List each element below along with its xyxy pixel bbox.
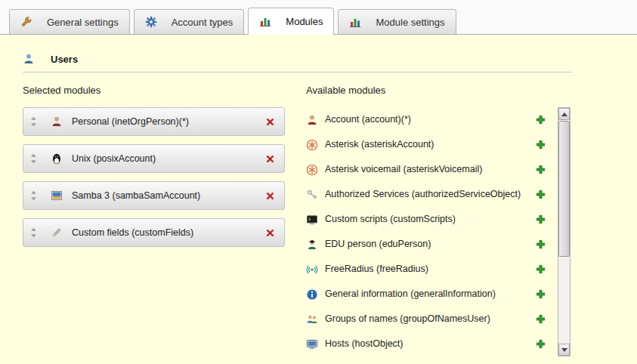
- chart-icon: [349, 16, 361, 28]
- tab-label: General settings: [47, 17, 119, 28]
- selected-module-personal-inetorgperson[interactable]: Personal (inetOrgPerson)(*): [23, 107, 285, 136]
- radius-icon: [306, 264, 318, 276]
- available-module-freeradius-freeradius: FreeRadius (freeRadius): [306, 257, 548, 282]
- selected-modules-column: Selected modules Personal (inetOrgPerson…: [23, 85, 285, 356]
- module-label: Account (account)(*): [325, 114, 527, 126]
- available-module-account-account: Account (account)(*): [306, 107, 548, 132]
- drag-handle-icon[interactable]: [30, 227, 37, 238]
- add-module-button[interactable]: [533, 212, 548, 227]
- tux-icon: [51, 153, 63, 165]
- module-label: EDU person (eduPerson): [325, 239, 527, 251]
- tab-bar: General settings Account types Modules M…: [0, 0, 637, 35]
- tab-general-settings[interactable]: General settings: [9, 9, 130, 34]
- add-module-button[interactable]: [533, 312, 548, 326]
- module-label: Custom scripts (customScripts): [325, 214, 527, 226]
- asterisk-icon: [306, 139, 318, 151]
- section-divider: [23, 72, 572, 72]
- tab-label: Modules: [286, 16, 323, 27]
- available-modules-list: Account (account)(*) Asterisk (asteriskA…: [306, 107, 548, 356]
- module-label: Unix (posixAccount): [72, 153, 263, 164]
- scroll-down-arrow-icon: [561, 348, 567, 352]
- scroll-up-button[interactable]: [558, 108, 570, 120]
- remove-module-button[interactable]: [263, 189, 277, 203]
- module-label: Groups of names (groupOfNamesUser): [325, 313, 527, 325]
- module-label: Authorized Services (authorizedServiceOb…: [325, 189, 527, 201]
- gear-icon: [145, 16, 157, 28]
- scroll-up-arrow-icon: [561, 113, 567, 116]
- drag-handle-icon[interactable]: [30, 116, 37, 127]
- add-module-button[interactable]: [533, 137, 548, 152]
- person-icon: [306, 114, 318, 126]
- module-label: Personal (inetOrgPerson)(*): [72, 116, 263, 127]
- tab-label: Account types: [172, 17, 233, 28]
- drag-handle-icon[interactable]: [30, 190, 37, 201]
- available-module-asterisk-asteriskaccount: Asterisk (asteriskAccount): [306, 132, 548, 157]
- add-module-button[interactable]: [533, 113, 548, 127]
- tab-modules[interactable]: Modules: [248, 8, 334, 35]
- available-modules-heading: Available modules: [306, 85, 571, 96]
- group-icon: [306, 313, 318, 325]
- available-modules-scrollbar[interactable]: [558, 107, 571, 356]
- available-module-groups-of-names-groupofnamesuser: Groups of names (groupOfNamesUser): [306, 307, 548, 332]
- add-module-button[interactable]: [533, 187, 548, 202]
- pencil-icon: [51, 227, 63, 239]
- user-icon: [23, 53, 35, 65]
- scroll-thumb[interactable]: [558, 121, 570, 257]
- selected-modules-heading: Selected modules: [23, 85, 285, 96]
- add-module-button[interactable]: [533, 337, 548, 351]
- module-label: Asterisk (asteriskAccount): [325, 139, 527, 151]
- section-title: Users: [51, 54, 78, 65]
- host-icon: [306, 338, 318, 350]
- available-module-asterisk-voicemail-asteriskvoicemail: Asterisk voicemail (asteriskVoicemail): [306, 157, 548, 182]
- remove-module-button[interactable]: [263, 226, 277, 240]
- person-icon: [51, 116, 63, 128]
- script-icon: [306, 214, 318, 226]
- edu-icon: [306, 239, 318, 251]
- tab-account-types[interactable]: Account types: [134, 9, 245, 34]
- selected-module-samba-3-sambasamaccount[interactable]: Samba 3 (sambaSamAccount): [23, 181, 285, 210]
- modules-tab-content: Users Selected modules Personal (inetOrg…: [0, 35, 637, 356]
- selected-modules-list: Personal (inetOrgPerson)(*) Unix (posixA…: [23, 107, 285, 247]
- lam-config-page: General settings Account types Modules M…: [0, 0, 637, 356]
- available-module-hosts-hostobject: Hosts (hostObject): [306, 332, 548, 356]
- services-icon: [306, 189, 318, 201]
- module-label: Hosts (hostObject): [325, 338, 527, 350]
- module-label: Samba 3 (sambaSamAccount): [72, 190, 263, 201]
- module-label: Asterisk voicemail (asteriskVoicemail): [325, 164, 527, 176]
- available-module-authorized-services-authorizedserviceobject: Authorized Services (authorizedServiceOb…: [306, 182, 548, 207]
- tab-module-settings[interactable]: Module settings: [338, 9, 456, 34]
- section-header-users: Users: [23, 53, 637, 65]
- available-module-edu-person-eduperson: EDU person (eduPerson): [306, 232, 548, 257]
- add-module-button[interactable]: [533, 262, 548, 276]
- module-label: General information (generalInformation): [325, 288, 527, 301]
- add-module-button[interactable]: [533, 237, 548, 251]
- scroll-down-button[interactable]: [558, 344, 570, 356]
- asterisk-icon: [306, 164, 318, 176]
- available-module-custom-scripts-customscripts: Custom scripts (customScripts): [306, 207, 548, 232]
- available-modules-column: Available modules Account (account)(*) A…: [306, 85, 571, 356]
- drag-handle-icon[interactable]: [30, 153, 37, 164]
- tab-label: Module settings: [376, 17, 444, 28]
- remove-module-button[interactable]: [263, 115, 277, 129]
- add-module-button[interactable]: [533, 287, 548, 301]
- chart-icon: [259, 15, 271, 27]
- remove-module-button[interactable]: [263, 152, 277, 166]
- tools-icon: [20, 16, 32, 28]
- samba-icon: [51, 190, 63, 202]
- add-module-button[interactable]: [533, 162, 548, 177]
- selected-module-custom-fields-customfields[interactable]: Custom fields (customFields): [23, 218, 285, 247]
- module-label: Custom fields (customFields): [72, 227, 263, 238]
- module-label: FreeRadius (freeRadius): [325, 264, 527, 276]
- info-icon: [306, 288, 318, 301]
- selected-module-unix-posixaccount[interactable]: Unix (posixAccount): [23, 144, 285, 173]
- available-module-general-information-generalinformation: General information (generalInformation): [306, 282, 548, 307]
